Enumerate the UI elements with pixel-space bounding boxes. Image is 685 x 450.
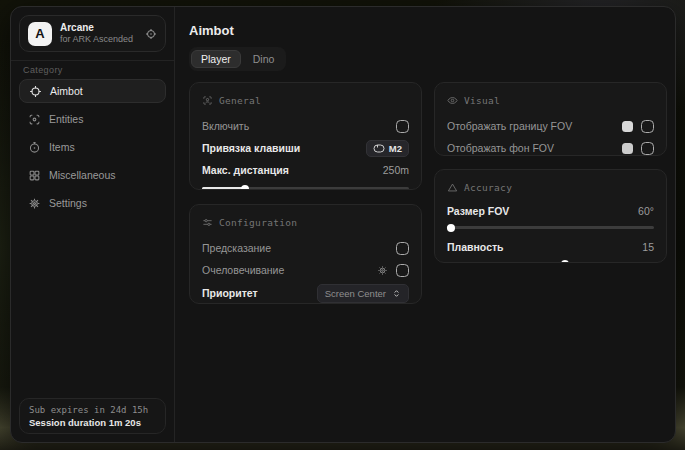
- sidebar-item-label: Entities: [49, 113, 83, 125]
- enable-label: Включить: [202, 120, 249, 132]
- sidebar-item-label: Items: [49, 141, 75, 153]
- sidebar-item-label: Miscellaneous: [49, 169, 116, 181]
- grid-icon: [28, 169, 41, 182]
- priority-value: Screen Center: [325, 288, 386, 299]
- slider-handle[interactable]: [561, 260, 569, 264]
- crosshair-icon: [29, 85, 42, 98]
- sliders-icon: [202, 217, 213, 228]
- sidebar-divider: [11, 60, 174, 61]
- fov-size-label: Размер FOV: [447, 205, 509, 217]
- sidebar-item-label: Aimbot: [50, 85, 83, 97]
- max-distance-slider[interactable]: [202, 187, 409, 190]
- panel-title: Visual: [464, 95, 500, 106]
- slider-fill: [447, 262, 565, 263]
- session-duration-text: Session duration 1m 20s: [29, 417, 156, 428]
- app-name: Arcane: [60, 22, 137, 35]
- fov-size-slider[interactable]: [447, 226, 654, 229]
- sidebar-item-label: Settings: [49, 197, 87, 209]
- fov-border-checkbox[interactable]: [641, 120, 654, 133]
- smoothness-value: 15: [642, 241, 654, 253]
- slider-fill: [202, 187, 245, 190]
- mouse-icon: [373, 144, 385, 153]
- smoothness-label: Плавность: [447, 241, 504, 253]
- panel-title: Configuration: [219, 217, 297, 228]
- tab-player[interactable]: Player: [191, 50, 241, 68]
- tab-dino[interactable]: Dino: [243, 50, 285, 68]
- fov-background-label: Отображать фон FOV: [447, 142, 554, 154]
- fov-size-value: 60°: [638, 205, 654, 217]
- main-content: Aimbot Player Dino General: [175, 7, 675, 442]
- page-title: Aimbot: [189, 23, 234, 38]
- subscription-card: Sub expires in 24d 15h Session duration …: [19, 398, 166, 434]
- priority-label: Приоритет: [202, 287, 258, 299]
- max-distance-value: 250m: [383, 164, 409, 176]
- keybind-label: Привязка клавиши: [202, 142, 300, 154]
- fov-background-color-swatch[interactable]: [622, 143, 633, 154]
- panel-configuration-header: Configuration: [202, 215, 409, 229]
- person-scan-icon: [202, 95, 213, 106]
- triangle-icon: [447, 182, 458, 193]
- prediction-checkbox[interactable]: [396, 242, 409, 255]
- target-icon[interactable]: [145, 28, 157, 40]
- slider-handle[interactable]: [241, 185, 249, 191]
- max-distance-label: Макс. дистанция: [202, 164, 289, 176]
- chevron-up-down-icon: [392, 288, 401, 299]
- app-window: A Arcane for ARK Ascended Category Ai: [10, 6, 676, 443]
- scan-icon: [28, 113, 41, 126]
- sidebar-item-miscellaneous[interactable]: Miscellaneous: [19, 163, 166, 187]
- sub-expiry-text: Sub expires in 24d 15h: [29, 405, 156, 415]
- smoothness-slider[interactable]: [447, 262, 654, 263]
- enable-checkbox[interactable]: [396, 120, 409, 133]
- tab-bar: Player Dino: [189, 47, 286, 71]
- panel-title: Accuracy: [464, 182, 512, 193]
- slider-handle[interactable]: [447, 224, 455, 232]
- item-icon: [28, 141, 41, 154]
- panel-general: General Включить Привязка клавиши: [189, 82, 422, 190]
- fov-border-color-swatch[interactable]: [622, 121, 633, 132]
- app-subtitle: for ARK Ascended: [60, 34, 137, 45]
- panel-general-header: General: [202, 93, 409, 107]
- fov-background-checkbox[interactable]: [641, 142, 654, 155]
- sidebar-item-aimbot[interactable]: Aimbot: [19, 79, 166, 103]
- humanization-settings-icon[interactable]: [377, 265, 388, 276]
- humanization-checkbox[interactable]: [396, 264, 409, 277]
- panel-title: General: [219, 95, 261, 106]
- eye-icon: [447, 95, 458, 106]
- humanization-label: Очеловечивание: [202, 264, 284, 276]
- keybind-button[interactable]: M2: [366, 140, 409, 157]
- keybind-value: M2: [389, 143, 402, 154]
- sidebar-nav: Aimbot Entities Items: [19, 79, 166, 215]
- panel-accuracy: Accuracy Размер FOV 60° Плавность 15: [434, 169, 667, 263]
- fov-border-label: Отображать границу FOV: [447, 120, 572, 132]
- panel-visual-header: Visual: [447, 93, 654, 107]
- sidebar: A Arcane for ARK Ascended Category Ai: [11, 7, 175, 442]
- panel-accuracy-header: Accuracy: [447, 180, 654, 194]
- sidebar-item-items[interactable]: Items: [19, 135, 166, 159]
- sidebar-item-settings[interactable]: Settings: [19, 191, 166, 215]
- panel-configuration: Configuration Предсказание Очеловечивани…: [189, 204, 422, 304]
- app-logo: A: [28, 22, 52, 46]
- prediction-label: Предсказание: [202, 242, 271, 254]
- gear-icon: [28, 197, 41, 210]
- app-header-card: A Arcane for ARK Ascended: [19, 15, 166, 52]
- panel-visual: Visual Отображать границу FOV Отображать…: [434, 82, 667, 156]
- priority-dropdown[interactable]: Screen Center: [317, 284, 409, 303]
- category-label: Category: [23, 65, 63, 75]
- sidebar-item-entities[interactable]: Entities: [19, 107, 166, 131]
